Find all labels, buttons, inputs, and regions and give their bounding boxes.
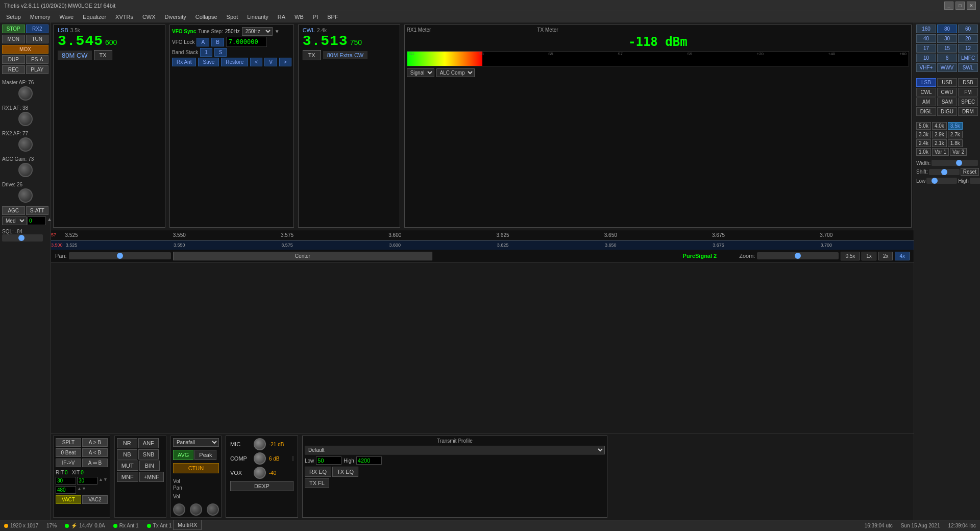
tune-step-select[interactable]: 250Hz — [242, 27, 273, 36]
vfo-b-tx-button[interactable]: TX — [303, 50, 321, 60]
tx-eq-button[interactable]: TX EQ — [332, 467, 358, 477]
low-slider[interactable] — [926, 178, 957, 184]
rit-480-input[interactable] — [56, 486, 76, 494]
vol2-knob[interactable] — [207, 503, 219, 516]
mox-button[interactable]: MOX — [2, 45, 48, 54]
mode-spec-button[interactable]: SPEC — [958, 98, 978, 106]
menu-wb[interactable]: WB — [290, 13, 308, 21]
menu-spot[interactable]: Spot — [223, 13, 242, 21]
splt-button[interactable]: SPLT — [56, 438, 81, 447]
avg-button[interactable]: AVG — [173, 450, 193, 460]
minimize-button[interactable]: _ — [944, 2, 953, 10]
menu-ra[interactable]: RA — [274, 13, 289, 21]
band-swl-button[interactable]: SWL — [958, 63, 978, 72]
band-20-button[interactable]: 20 — [958, 34, 978, 43]
tx-fl-button[interactable]: TX FL — [305, 478, 329, 488]
band-12-button[interactable]: 12 — [958, 44, 978, 53]
bpf-21k-button[interactable]: 2.1k — [932, 139, 947, 147]
band-160-button[interactable]: 160 — [916, 25, 936, 33]
tx-profile-select[interactable]: Default — [305, 446, 605, 454]
menu-equalizer[interactable]: Equalizer — [79, 13, 110, 21]
a-b-button[interactable]: A > B — [82, 438, 108, 447]
rit-input[interactable] — [56, 477, 76, 485]
tun-button[interactable]: TUN — [26, 35, 49, 43]
reset-button[interactable]: Reset — [961, 168, 979, 176]
psa-button[interactable]: PS-A — [26, 55, 49, 64]
band-15-button[interactable]: 15 — [937, 44, 957, 53]
beat-button[interactable]: 0 Beat — [56, 448, 81, 457]
sql-slider[interactable] — [2, 234, 43, 242]
anf-button[interactable]: ANF — [138, 438, 159, 448]
nb-button[interactable]: NB — [117, 449, 137, 460]
mode-cwl-button[interactable]: CWL — [916, 88, 936, 96]
tune-step-dropdown-icon[interactable]: ▼ — [275, 29, 280, 34]
xit-input[interactable] — [77, 477, 97, 485]
mon-button[interactable]: MON — [2, 35, 25, 43]
menu-wave[interactable]: Wave — [55, 13, 78, 21]
menu-xvtrs[interactable]: XVTRs — [111, 13, 137, 21]
band-vhf-button[interactable]: VHF+ — [916, 63, 936, 72]
mode-digu-button[interactable]: DIGU — [937, 107, 957, 116]
vfo-b-lock-button[interactable]: B — [211, 38, 224, 46]
pan-slider[interactable] — [69, 252, 171, 259]
band-60-button[interactable]: 60 — [958, 25, 978, 33]
band-stack-s-button[interactable]: S — [214, 48, 227, 57]
mut-button[interactable]: MUT — [117, 461, 138, 471]
menu-setup[interactable]: Setup — [2, 13, 25, 21]
shift-slider[interactable] — [929, 169, 960, 175]
close-button[interactable]: ✕ — [967, 2, 976, 10]
mode-dsb-button[interactable]: DSB — [958, 78, 978, 87]
band-6-button[interactable]: 6 — [937, 54, 957, 62]
menu-cwx[interactable]: CWX — [138, 13, 160, 21]
rx-ant-button[interactable]: Rx Ant — [172, 58, 196, 66]
bpf-33k-button[interactable]: 3.3k — [916, 131, 931, 138]
mode-digl-button[interactable]: DIGL — [916, 107, 936, 116]
stop-button[interactable]: STOP — [2, 25, 25, 33]
b-a-button[interactable]: A < B — [82, 448, 108, 457]
zoom-2-button[interactable]: 2x — [878, 252, 893, 260]
band-lmf-button[interactable]: LMFC — [958, 54, 978, 62]
agc-button[interactable]: AGC — [2, 206, 25, 215]
tx-high-input[interactable] — [356, 456, 382, 465]
menu-collapse[interactable]: Collapse — [191, 13, 222, 21]
dup-button[interactable]: DUP — [2, 55, 25, 64]
asb-button[interactable]: A ⇔ B — [82, 458, 108, 467]
ctun-button[interactable]: CTUN — [173, 463, 219, 473]
rec-button[interactable]: REC — [2, 65, 25, 74]
bpf-var2-button[interactable]: Var 2 — [950, 148, 967, 156]
comp-knob[interactable] — [254, 452, 266, 465]
bpf-27k-button[interactable]: 2.7k — [948, 131, 963, 138]
bpf-5k-button[interactable]: 5.0k — [916, 122, 931, 130]
band-30-button[interactable]: 30 — [937, 34, 957, 43]
bpf-4k-button[interactable]: 4.0k — [932, 122, 947, 130]
rx2-af-knob[interactable] — [18, 137, 33, 152]
ifv-button[interactable]: IF->V — [56, 458, 81, 467]
mode-lsb-button[interactable]: LSB — [916, 78, 936, 87]
mode-cwu-button[interactable]: CWU — [937, 88, 957, 96]
bpf-35k-button[interactable]: 3.5k — [948, 122, 963, 130]
multirx-button[interactable]: MultiRX — [173, 520, 202, 530]
band-wwv-button[interactable]: WWV — [937, 63, 957, 72]
band-stack-1-button[interactable]: 1 — [200, 48, 212, 57]
drive-knob[interactable] — [18, 188, 33, 203]
menu-bpf[interactable]: BPF — [323, 13, 342, 21]
play-button[interactable]: PLAY — [26, 65, 49, 74]
nr-button[interactable]: NR — [117, 438, 137, 448]
vac2-button[interactable]: VAC2 — [82, 495, 108, 504]
mnf-button[interactable]: MNF — [117, 472, 138, 482]
pan-knob[interactable] — [190, 503, 202, 516]
vfo-a-lock-button[interactable]: A — [197, 38, 209, 46]
vact-button[interactable]: VACT — [56, 495, 81, 504]
band-17-button[interactable]: 17 — [916, 44, 936, 53]
band-80-button[interactable]: 80 — [937, 25, 957, 33]
vox-knob[interactable] — [254, 467, 266, 479]
agc-offset-input[interactable] — [28, 216, 46, 225]
rx-eq-button[interactable]: RX EQ — [305, 467, 331, 477]
zoom-1-button[interactable]: 1x — [862, 252, 876, 260]
band-10-button[interactable]: 10 — [916, 54, 936, 62]
v-button[interactable]: V — [264, 58, 277, 66]
peak-button[interactable]: Peak — [194, 450, 216, 460]
bpf-29k-button[interactable]: 2.9k — [932, 131, 947, 138]
menu-linearity[interactable]: Linearity — [243, 13, 273, 21]
vfo-b-freq[interactable]: 3.513 — [303, 33, 348, 49]
